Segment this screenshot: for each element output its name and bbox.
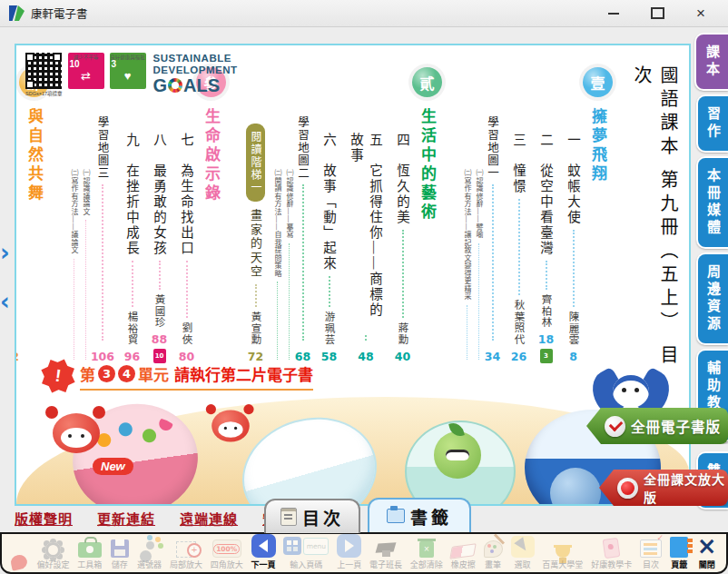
quiz-trophy-icon xyxy=(556,548,570,558)
toolbar-label: 輸入頁碼 xyxy=(290,559,322,570)
lesson-page: 8 xyxy=(569,350,577,363)
window-title: 康軒電子書 xyxy=(31,5,88,22)
capsule-white xyxy=(229,402,389,506)
toolbar-zoom-corner[interactable]: 100%四角放大 xyxy=(206,539,247,570)
lesson-title: 六 故事「動」起來 xyxy=(320,133,339,272)
learning-map[interactable]: 學習地圖二68㈠認識修辭——摹寫㈡閱讀有方法——自我提問策略 xyxy=(272,54,311,363)
lesson-title: 二 從空中看臺灣 xyxy=(536,133,556,256)
footer-link-遠端連線[interactable]: 遠端連線 xyxy=(180,509,238,528)
full-text-zoom-button[interactable]: 全冊課文放大版 xyxy=(599,470,728,506)
dotted-leader xyxy=(102,184,103,341)
toc-lesson[interactable]: 三 憧憬秋葉照代26 xyxy=(509,54,528,363)
toc-lesson[interactable]: 十 山中寄情王維、韋應物112 xyxy=(15,54,19,363)
toolbar-prev-page[interactable]: 上一頁 xyxy=(333,534,366,570)
grid-icon xyxy=(283,537,301,555)
toc-lesson[interactable]: 九 在挫折中成長楊裕貿96 xyxy=(123,54,142,363)
toolbar-preferences[interactable]: 偏好設定 xyxy=(33,542,74,570)
toolbar-toolbox[interactable]: 工具箱 xyxy=(74,542,106,570)
lesson-title: 九 在挫折中成長 xyxy=(123,133,142,256)
learning-map[interactable]: 學習地圖一34㈠認識修辭——譬喻㈡寫作有方法——讓記敘文變得更精采 xyxy=(462,54,501,363)
map-sub-text: ㈡閱讀有方法——自我提問策略 xyxy=(272,169,282,277)
toolbar-zoom-region[interactable]: 局部放大 xyxy=(165,541,206,570)
sdg-qr-block: SDGs×17項標章 xyxy=(25,53,63,97)
teaching-card-icon xyxy=(603,538,621,559)
dotted-leader xyxy=(132,261,133,307)
map-sub: ㈠認識議論文 xyxy=(81,54,91,363)
mascot-crab xyxy=(212,410,250,441)
next-arrow-icon[interactable] xyxy=(0,242,15,265)
side-tab-周邊資源[interactable]: 周邊資源 xyxy=(696,252,728,345)
toolbar-toc[interactable]: 目次 xyxy=(636,539,666,570)
record-icon xyxy=(617,478,638,499)
dotted-leader xyxy=(546,261,547,290)
side-tab-習作[interactable]: 習作 xyxy=(696,94,728,153)
toolbar-number-picker[interactable]: 選號器 xyxy=(133,539,166,570)
toc-lesson[interactable]: 四 恆久的美蔣勳40 xyxy=(393,54,412,363)
lesson-page: 18 xyxy=(538,332,554,346)
equality-icon: ⇄ xyxy=(81,70,91,82)
side-tab-label: 習作 xyxy=(703,106,723,141)
qr-caption: SDGs×17項標章 xyxy=(25,90,63,97)
toolbar-label: 頁籤 xyxy=(671,559,687,570)
toolbar-close[interactable]: ×關閉 xyxy=(693,534,721,570)
disc-notice-banner: ! 第 3 4 單元 請執行第二片電子書 xyxy=(42,360,313,392)
ladder-title: 畫家的天空 xyxy=(247,209,264,280)
footer-link-更新連結[interactable]: 更新連結 xyxy=(97,509,155,528)
toolbar-clear-all[interactable]: 全部清除 xyxy=(406,541,447,570)
toolbar-save[interactable]: 儲存 xyxy=(106,539,133,570)
tab-bookmark[interactable]: 書籤 xyxy=(368,498,471,532)
dotted-leader xyxy=(365,335,367,341)
side-tab-課本[interactable]: 課本 xyxy=(694,33,728,91)
zoom-region-icon xyxy=(176,541,196,558)
toc-lesson[interactable]: 五 它抓得住你——商標的故事48 xyxy=(347,54,385,363)
reading-ladder-pill: 閱讀階梯一 xyxy=(246,124,265,202)
toolbar-pointer[interactable] xyxy=(5,555,33,570)
side-tab-本冊媒體[interactable]: 本冊媒體 xyxy=(696,156,728,249)
lesson-title: 十 山中寄情 xyxy=(15,133,16,225)
toolbar-select[interactable]: 選取 xyxy=(507,536,538,570)
lesson-author: 陳麗雲 xyxy=(566,312,581,346)
eraser-icon xyxy=(449,543,476,559)
toolbar-next-page[interactable]: 下一頁 xyxy=(247,534,280,570)
toolbar-label: 全部清除 xyxy=(410,559,443,570)
toc-lesson[interactable]: 二 從空中看臺灣齊柏林183 xyxy=(536,54,556,363)
prev-arrow-icon[interactable] xyxy=(0,291,15,314)
reading-ladder[interactable]: 閱讀階梯一畫家的天空黃宣勳72 xyxy=(246,54,265,363)
close-window-button[interactable]: × xyxy=(679,1,723,26)
toolbar-eraser[interactable]: 橡皮擦 xyxy=(447,545,479,570)
toc-lesson[interactable]: 七 為生命找出口劉俠80 xyxy=(177,54,196,363)
map-sub: ㈠認識修辭——譬喻 xyxy=(474,54,484,363)
toc-lesson[interactable]: 六 故事「動」起來游珮芸58 xyxy=(320,54,339,363)
zoom-percent-label: 100% xyxy=(213,544,240,554)
dotted-leader xyxy=(277,282,278,360)
lesson-author: 劉俠 xyxy=(180,322,194,345)
maximize-button[interactable] xyxy=(635,1,679,26)
toolbar-label: 儲存 xyxy=(112,559,128,570)
app-logo-icon xyxy=(9,5,25,21)
toolbar-brush[interactable]: 畫筆 xyxy=(479,540,507,570)
toolbar-page-input[interactable]: menu輸入頁碼 xyxy=(280,534,333,570)
toolbar-class-leader[interactable]: 電子班長 xyxy=(366,541,407,570)
lesson-title: 四 恆久的美 xyxy=(393,133,412,225)
lesson-title: 三 憧憬 xyxy=(509,133,528,194)
tab-toc[interactable]: 目次 xyxy=(264,499,360,533)
sdg-mini-badge: 3 xyxy=(540,349,553,363)
toolbar-page-tabs[interactable]: 頁籤 xyxy=(665,537,693,570)
toc-lesson[interactable]: 一 蚊帳大使陳麗雲8 xyxy=(564,54,583,363)
lesson-page: 88 xyxy=(152,332,167,346)
side-tab-label: 課本 xyxy=(703,45,722,79)
unit-header: 參生命啟示錄 xyxy=(196,54,226,363)
full-ebook-button[interactable]: 全冊電子書版 xyxy=(586,408,728,444)
footer-link-版權聲明[interactable]: 版權聲明 xyxy=(15,509,73,528)
toolbar-label: 局部放大 xyxy=(170,559,202,570)
toc-lesson[interactable]: 八 最勇敢的女孩黃國珍8810 xyxy=(150,54,169,363)
toolbar-label: 橡皮擦 xyxy=(451,559,476,570)
bookmark-tab-icon xyxy=(387,509,405,523)
dotted-leader xyxy=(289,243,290,361)
learning-map[interactable]: 學習地圖三106㈠認識議論文㈡寫作有方法——議論文 xyxy=(69,54,114,363)
toolbar-quiz-hall[interactable]: 百萬大學堂 xyxy=(538,544,587,570)
sdg-badge-3: 3 ♥ 良好健康與福祉 xyxy=(110,53,146,89)
minimize-button[interactable] xyxy=(592,1,635,26)
toolbar-teaching-card[interactable]: 好康教學卡 xyxy=(587,539,636,570)
map-sub-text: ㈡寫作有方法——讓記敘文變得更精采 xyxy=(462,169,472,301)
